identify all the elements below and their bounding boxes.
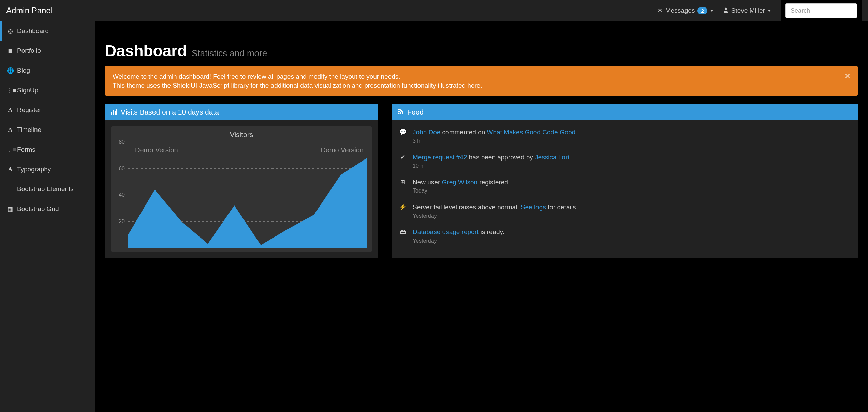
feed-text: Merge request #42 has been approved by J… xyxy=(413,153,850,170)
navbar: Admin Panel ✉ Messages 2 Steve Miller xyxy=(0,0,868,21)
sidebar-item-label: Blog xyxy=(17,67,30,74)
bar-chart-icon xyxy=(111,108,117,116)
svg-point-0 xyxy=(725,8,727,10)
feed-list: 💬John Doe commented on What Makes Good C… xyxy=(392,120,858,252)
page-title: Dashboard xyxy=(105,42,187,60)
feed-link[interactable]: Database usage report xyxy=(413,228,479,235)
shieldui-link[interactable]: ShieldUI xyxy=(173,82,197,89)
welcome-alert: × Welcome to the admin dashboard! Feel f… xyxy=(105,66,858,96)
messages-label: Messages xyxy=(665,7,695,14)
sidebar-item-label: Bootstrap Elements xyxy=(17,185,74,193)
sidebar-item-label: Dashboard xyxy=(17,27,49,35)
main-content: Dashboard Statistics and more × Welcome … xyxy=(95,21,868,412)
sidebar-item-dashboard[interactable]: ◎Dashboard xyxy=(0,21,95,41)
visits-panel-body: Visitors 20406080Demo VersionDemo Versio… xyxy=(105,120,378,258)
user-dropdown[interactable]: Steve Miller xyxy=(723,7,771,14)
sidebar-item-bootstrap-elements[interactable]: ≣Bootstrap Elements xyxy=(0,179,95,199)
user-name: Steve Miller xyxy=(731,7,765,14)
font-icon: A xyxy=(7,126,14,133)
feed-link[interactable]: John Doe xyxy=(413,128,440,136)
feed-item: ✔Merge request #42 has been approved by … xyxy=(392,149,858,174)
sidebar-item-label: Forms xyxy=(17,146,35,153)
feed-time: 3 h xyxy=(413,137,850,145)
brand[interactable]: Admin Panel xyxy=(6,6,53,15)
bolt-icon: ⚡ xyxy=(399,203,407,219)
sidebar-item-label: SignUp xyxy=(17,87,38,94)
sidebar: ◎Dashboard≣Portfolio🌐Blog⋮≡SignUpARegist… xyxy=(0,21,95,412)
sidebar-item-label: Timeline xyxy=(17,126,41,134)
search-input[interactable] xyxy=(785,3,857,18)
list-icon: ≣ xyxy=(7,47,14,55)
area-chart-svg: 20406080Demo VersionDemo Version xyxy=(111,139,370,251)
sidebar-item-label: Bootstrap Grid xyxy=(17,205,59,213)
comment-icon: 💬 xyxy=(399,128,407,144)
tasks-icon: ⋮≡ xyxy=(7,87,14,94)
page-subtitle: Statistics and more xyxy=(192,48,267,58)
visits-panel-title: Visits Based on a 10 days data xyxy=(121,108,219,116)
sidebar-item-register[interactable]: ARegister xyxy=(0,100,95,120)
feed-item: 🗃Database usage report is ready.Yesterda… xyxy=(392,224,858,248)
feed-link[interactable]: See logs xyxy=(521,203,546,211)
svg-point-5 xyxy=(398,113,400,115)
feed-item: 💬John Doe commented on What Makes Good C… xyxy=(392,124,858,149)
alert-line1: Welcome to the admin dashboard! Feel fre… xyxy=(113,72,850,81)
feed-link[interactable]: What Makes Good Code Good xyxy=(487,128,576,136)
user-icon xyxy=(723,7,729,14)
feed-link[interactable]: Greg Wilson xyxy=(442,179,478,186)
messages-badge: 2 xyxy=(697,7,707,14)
svg-rect-1 xyxy=(111,112,112,115)
sidebar-item-label: Portfolio xyxy=(17,47,41,55)
feed-text: New user Greg Wilson registered.Today xyxy=(413,178,850,195)
sidebar-item-typography[interactable]: ATypography xyxy=(0,159,95,179)
area-series xyxy=(128,158,367,248)
envelope-icon: ✉ xyxy=(657,7,663,15)
chart-watermark: Demo Version xyxy=(321,146,364,154)
list-alt-icon: ⋮≡ xyxy=(7,146,14,153)
alert-line2: This theme uses the ShieldUI JavaScript … xyxy=(113,81,850,90)
grid-icon: ▦ xyxy=(7,205,14,213)
visits-panel: Visits Based on a 10 days data Visitors … xyxy=(105,104,378,258)
feed-item: ⚡Server fail level raises above normal. … xyxy=(392,199,858,224)
messages-dropdown[interactable]: ✉ Messages 2 xyxy=(657,7,713,15)
feed-panel-header: Feed xyxy=(392,104,858,120)
feed-text: Server fail level raises above normal. S… xyxy=(413,203,850,219)
sidebar-item-bootstrap-grid[interactable]: ▦Bootstrap Grid xyxy=(0,199,95,219)
y-tick-label: 20 xyxy=(119,218,125,224)
feed-text: Database usage report is ready.Yesterday xyxy=(413,228,850,244)
feed-time: Yesterday xyxy=(413,212,850,220)
list-ul-icon: ≣ xyxy=(7,186,14,193)
close-icon[interactable]: × xyxy=(845,70,850,82)
y-tick-label: 60 xyxy=(119,166,125,171)
feed-link[interactable]: Jessica Lori xyxy=(535,154,569,161)
globe-icon: 🌐 xyxy=(7,67,14,74)
sidebar-item-portfolio[interactable]: ≣Portfolio xyxy=(0,41,95,61)
sidebar-item-forms[interactable]: ⋮≡Forms xyxy=(0,140,95,159)
sidebar-item-timeline[interactable]: ATimeline xyxy=(0,120,95,140)
font-icon: A xyxy=(7,107,14,113)
sidebar-item-signup[interactable]: ⋮≡SignUp xyxy=(0,80,95,100)
y-tick-label: 40 xyxy=(119,192,125,198)
search-wrap xyxy=(781,0,862,21)
svg-rect-4 xyxy=(116,109,117,115)
sidebar-item-blog[interactable]: 🌐Blog xyxy=(0,61,95,80)
plus-square-icon: ⊞ xyxy=(399,178,407,195)
sidebar-item-label: Typography xyxy=(17,166,51,173)
chart-title: Visitors xyxy=(111,126,372,139)
archive-icon: 🗃 xyxy=(399,228,407,244)
feed-panel-title: Feed xyxy=(407,108,424,116)
feed-text: John Doe commented on What Makes Good Co… xyxy=(413,128,850,144)
svg-rect-2 xyxy=(113,110,114,115)
y-tick-label: 80 xyxy=(119,139,125,145)
rss-icon xyxy=(398,108,404,116)
feed-item: ⊞New user Greg Wilson registered.Today xyxy=(392,174,858,199)
page-title-row: Dashboard Statistics and more xyxy=(105,42,858,60)
target-icon: ◎ xyxy=(7,28,14,35)
chart-watermark: Demo Version xyxy=(135,146,178,154)
svg-rect-3 xyxy=(115,111,116,115)
font-icon: A xyxy=(7,166,14,173)
check-icon: ✔ xyxy=(399,153,407,170)
feed-time: Yesterday xyxy=(413,237,850,245)
feed-link[interactable]: Merge request #42 xyxy=(413,154,467,161)
visitors-chart: Visitors 20406080Demo VersionDemo Versio… xyxy=(111,126,372,252)
feed-time: 10 h xyxy=(413,162,850,170)
